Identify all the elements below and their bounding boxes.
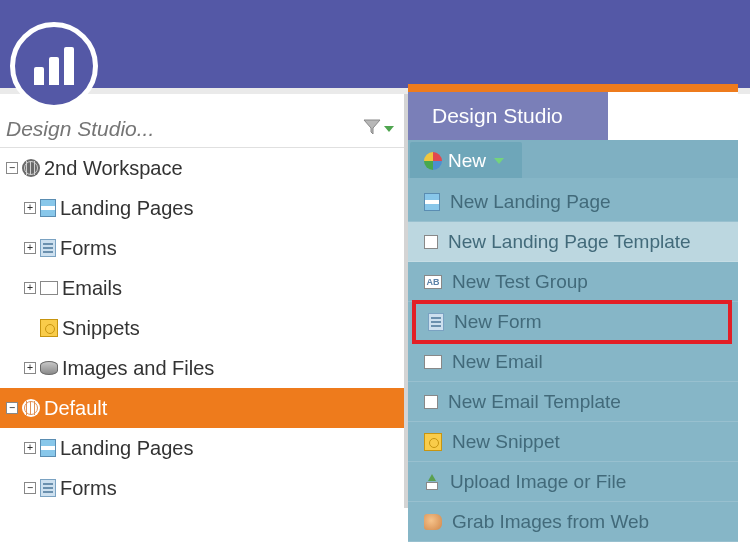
tree-images-files[interactable]: + Images and Files [0, 348, 404, 388]
globe-icon [22, 159, 40, 177]
form-icon [428, 313, 444, 331]
menu-new-landing-template[interactable]: New Landing Page Template [408, 222, 738, 262]
menu-new-email[interactable]: New Email [408, 342, 738, 382]
tree-label: Snippets [62, 317, 140, 340]
tree-label: Images and Files [62, 357, 214, 380]
filter-dropdown-icon[interactable] [384, 126, 394, 132]
tree-label: Emails [62, 277, 122, 300]
expand-icon[interactable]: + [24, 362, 36, 374]
new-menu-dropdown: New Landing Page New Landing Page Templa… [408, 178, 738, 542]
template-icon [424, 395, 438, 409]
menu-label: Upload Image or File [450, 471, 626, 493]
collapse-icon[interactable]: − [6, 402, 18, 414]
new-icon [424, 152, 442, 170]
page-icon [424, 193, 440, 211]
tree-label: Default [44, 397, 107, 420]
menu-new-form-highlight: New Form [412, 300, 732, 344]
expand-icon[interactable]: + [24, 442, 36, 454]
expand-icon[interactable]: + [24, 282, 36, 294]
page-icon [40, 439, 56, 457]
snippet-icon [40, 319, 58, 337]
menu-new-landing-page[interactable]: New Landing Page [408, 182, 738, 222]
menu-upload-image-file[interactable]: Upload Image or File [408, 462, 738, 502]
expand-icon[interactable]: + [24, 202, 36, 214]
tree-label: Forms [60, 477, 117, 500]
chevron-down-icon [494, 158, 504, 164]
upload-icon [424, 474, 440, 490]
design-studio-menu: Design Studio New New Landing Page New L… [408, 84, 738, 554]
design-studio-tab[interactable]: Design Studio [408, 92, 608, 140]
left-panel: − 2nd Workspace + Landing Pages + Forms … [0, 94, 408, 508]
tree-snippets[interactable]: Snippets [0, 308, 404, 348]
mail-icon [424, 355, 442, 369]
tree-workspace-2nd[interactable]: − 2nd Workspace [0, 148, 404, 188]
collapse-icon[interactable]: − [6, 162, 18, 174]
disk-icon [40, 361, 58, 375]
menu-label: New Landing Page [450, 191, 611, 213]
hand-icon [424, 514, 442, 530]
tree-label: Forms [60, 237, 117, 260]
menu-new-test-group[interactable]: AB New Test Group [408, 262, 738, 302]
menu-label: New Test Group [452, 271, 588, 293]
tree-label: Landing Pages [60, 437, 193, 460]
menu-label: New Snippet [452, 431, 560, 453]
menu-grab-images-web[interactable]: Grab Images from Web [408, 502, 738, 542]
new-label: New [448, 150, 486, 172]
filter-icon[interactable] [362, 118, 382, 140]
search-input[interactable] [0, 111, 362, 147]
menu-label: New Landing Page Template [448, 231, 691, 253]
snippet-icon [424, 433, 442, 451]
menu-label[interactable]: New Form [454, 311, 542, 333]
tree-label: 2nd Workspace [44, 157, 183, 180]
mail-icon [40, 281, 58, 295]
marketo-logo-icon [34, 47, 74, 85]
form-icon [40, 239, 56, 257]
tree-landing-pages[interactable]: + Landing Pages [0, 188, 404, 228]
template-icon [424, 235, 438, 249]
tree-landing-pages-2[interactable]: + Landing Pages [0, 428, 404, 468]
menu-label: Grab Images from Web [452, 511, 649, 533]
orange-strip [408, 84, 738, 92]
tree-forms-2[interactable]: − Forms [0, 468, 404, 508]
app-header [0, 0, 750, 88]
expand-icon[interactable]: + [24, 242, 36, 254]
form-icon [40, 479, 56, 497]
tree-label: Landing Pages [60, 197, 193, 220]
design-studio-title: Design Studio [432, 104, 563, 128]
menu-label: New Email Template [448, 391, 621, 413]
page-icon [40, 199, 56, 217]
marketo-logo[interactable] [10, 22, 98, 110]
tree-forms[interactable]: + Forms [0, 228, 404, 268]
menu-new-snippet[interactable]: New Snippet [408, 422, 738, 462]
tree-workspace-default[interactable]: − Default [0, 388, 404, 428]
tree-emails[interactable]: + Emails [0, 268, 404, 308]
ab-icon: AB [424, 275, 442, 289]
collapse-icon[interactable]: − [24, 482, 36, 494]
globe-icon [22, 399, 40, 417]
menu-new-email-template[interactable]: New Email Template [408, 382, 738, 422]
new-menu-button[interactable]: New [410, 142, 522, 178]
menu-label: New Email [452, 351, 543, 373]
